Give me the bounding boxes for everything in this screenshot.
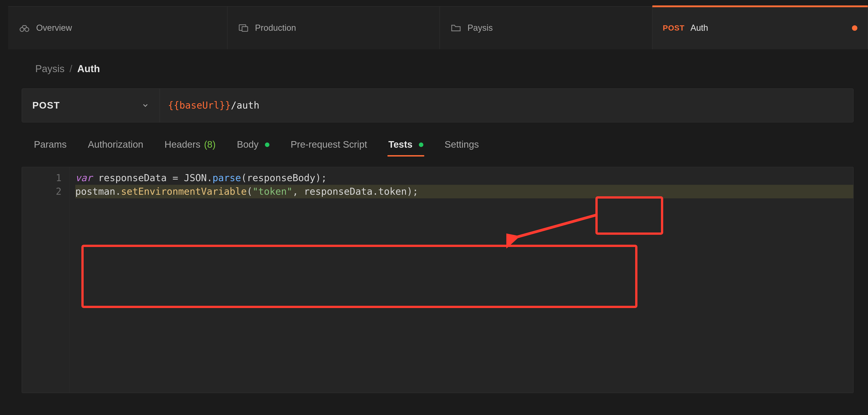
- tab-label: Settings: [445, 138, 479, 151]
- tab-label: Overview: [36, 22, 72, 34]
- code-line: var responseData = JSON.parse(responseBo…: [75, 171, 853, 185]
- tab-tests[interactable]: Tests: [388, 136, 424, 153]
- tab-label: Production: [255, 22, 296, 34]
- url-input[interactable]: {{baseUrl}}/auth: [160, 89, 853, 122]
- tab-paysis[interactable]: Paysis: [440, 6, 652, 49]
- svg-point-1: [25, 27, 29, 31]
- tab-prerequest-script[interactable]: Pre-request Script: [290, 136, 368, 153]
- headers-count: (8): [204, 138, 216, 151]
- tab-headers[interactable]: Headers (8): [164, 136, 217, 153]
- breadcrumb: Paysis / Auth: [8, 49, 868, 84]
- tests-code-editor[interactable]: 1 2 var responseData = JSON.parse(respon…: [22, 167, 854, 393]
- tab-label: Pre-request Script: [291, 138, 367, 151]
- breadcrumb-current: Auth: [77, 62, 100, 75]
- tab-auth-request[interactable]: POST Auth: [652, 6, 868, 49]
- url-path: /auth: [231, 99, 259, 112]
- line-gutter: 1 2: [22, 167, 69, 393]
- request-url-bar: POST {{baseUrl}}/auth: [22, 88, 854, 122]
- unsaved-indicator-icon: [852, 25, 857, 31]
- tab-label: Tests: [388, 138, 412, 151]
- tab-overview[interactable]: Overview: [8, 6, 227, 49]
- line-number: 1: [22, 171, 61, 185]
- method-value: POST: [32, 99, 60, 112]
- svg-point-0: [20, 27, 24, 31]
- top-tab-bar: Overview Production Paysis POST Auth: [8, 6, 868, 49]
- tab-authorization[interactable]: Authorization: [87, 136, 144, 153]
- tab-production[interactable]: Production: [227, 6, 440, 49]
- url-variable: {{baseUrl}}: [168, 99, 231, 112]
- environment-icon: [238, 22, 249, 34]
- tab-label: Auth: [690, 22, 708, 34]
- breadcrumb-parent[interactable]: Paysis: [35, 62, 65, 75]
- code-line: postman.setEnvironmentVariable("token", …: [75, 185, 853, 198]
- line-number: 2: [22, 185, 61, 198]
- tab-label: Paysis: [467, 22, 493, 34]
- tab-label: Authorization: [88, 138, 143, 151]
- http-method-badge: POST: [663, 23, 685, 33]
- code-area[interactable]: var responseData = JSON.parse(responseBo…: [69, 167, 853, 393]
- folder-icon: [450, 22, 462, 34]
- tab-body[interactable]: Body: [236, 136, 270, 153]
- svg-rect-3: [242, 26, 248, 31]
- tab-params[interactable]: Params: [33, 136, 68, 153]
- chevron-down-icon: [142, 101, 149, 109]
- tab-label: Params: [34, 138, 67, 151]
- active-indicator-icon: [419, 143, 423, 147]
- tab-label: Headers: [164, 138, 200, 151]
- method-selector[interactable]: POST: [22, 89, 160, 122]
- active-indicator-icon: [265, 143, 270, 147]
- tab-settings[interactable]: Settings: [444, 136, 480, 153]
- tab-label: Body: [237, 138, 258, 151]
- binoculars-icon: [19, 22, 30, 34]
- breadcrumb-separator: /: [70, 62, 72, 75]
- request-section-tabs: Params Authorization Headers (8) Body Pr…: [8, 122, 868, 160]
